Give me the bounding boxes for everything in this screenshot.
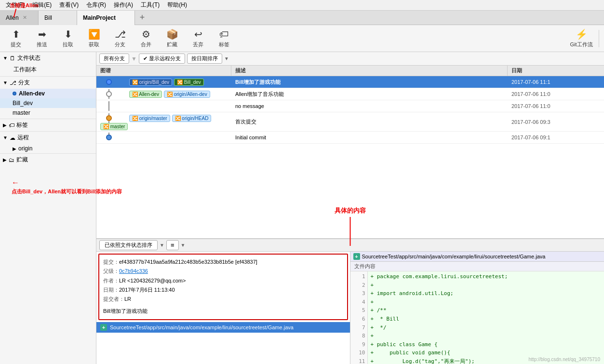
file-list: + SourcetreeTest/app/src/main/java/com/e… [96,322,350,364]
graph-row-4[interactable]: Initial commit 2017-07-06 09:1 [96,132,604,144]
line-num-11: 11 [350,357,367,364]
fetch-icon: 🔽 [88,28,100,40]
sidebar-section-tags[interactable]: ▶ 🏷 标签 [0,119,96,131]
graph-header-date: 日期 [508,66,604,76]
code-line-6: + * Bill [371,315,602,324]
code-content: + package com.example.lirui.sourcetreete… [368,271,604,364]
origin-label: origin [18,145,32,152]
graph-cell-date-1: 2017-07-06 11:0 [508,88,604,100]
show-remote-btn[interactable]: ✔ 显示远程分支 [139,54,185,64]
tab-allen-close[interactable]: ✕ [23,14,27,21]
toolbar-pull[interactable]: ⬇ 拉取 [55,27,81,51]
svg-point-1 [107,80,111,84]
sidebar-section-remote[interactable]: ▼ ☁ 远程 [0,131,96,144]
content-area: 所有分支 ▼ ✔ 显示远程分支 按日期排序 ▼ 图谱 描述 日期 [96,52,604,364]
commit-message: Bill增加了游戏功能 [103,308,148,314]
toolbar-discard[interactable]: ↩ 丢弃 [185,27,211,51]
graph-row-0[interactable]: 🔀 origin/Bill_dev 🔀 Bill_dev Bill增加了游戏功能… [96,76,604,88]
allen-dev-circle [13,92,16,95]
annotation-click-bill-dev: ← 点击Bill_dev，Allen就可以看到Bill添加的内容 [12,178,96,195]
tab-bill[interactable]: Bill [39,11,77,25]
toolbar-stash[interactable]: 📦 贮藏 [159,27,185,51]
sort-by-status-btn[interactable]: 已依照文件状态排序 [99,240,158,250]
graph-cell-graph-1: 🔀 Allen-dev 🔀 origin/Allen-dev [96,88,231,100]
graph-rows: 🔀 origin/Bill_dev 🔀 Bill_dev Bill增加了游戏功能… [96,76,604,238]
line-num-5: 5 [350,306,367,315]
sidebar-item-master[interactable]: master [0,108,96,118]
line-num-2: 2 [350,281,367,290]
committer-value: LR [124,296,131,302]
graph-cell-desc-4: Initial commit [231,132,508,143]
menu-help[interactable]: 帮助(H) [163,1,191,9]
tab-bill-label: Bill [44,14,52,21]
tag-origin-master: 🔀 origin/master [129,115,170,122]
list-view-arrow: ▼ [181,243,186,248]
parent-hash[interactable]: 0c7b94c336 [119,268,148,274]
toolbar-sep1: ▼ [131,55,137,62]
graph-row-1[interactable]: 🔀 Allen-dev 🔀 origin/Allen-dev Allen增加了音… [96,88,604,100]
line-num-8: 8 [350,332,367,340]
toolbar-branch[interactable]: ⎇ 分支 [107,27,133,51]
pull-label: 拉取 [63,41,73,48]
menu-repo[interactable]: 仓库(R) [82,1,110,9]
all-branches-btn[interactable]: 所有分支 [99,54,129,64]
tag-origin-bill-dev: 🔀 origin/Bill_dev [129,79,172,86]
menu-view[interactable]: 查看(V) [55,1,82,9]
tab-add-button[interactable]: + [135,13,149,23]
graph-cell-desc-0: Bill增加了游戏功能 [231,76,508,88]
file-path: SourcetreeTest/app/src/main/java/com/exa… [110,324,294,330]
sidebar-item-origin[interactable]: ▶ origin [0,144,96,153]
graph-cell-graph-2 [96,100,231,112]
menu-file[interactable]: 文件(F) [2,1,28,9]
file-diff-header: + SourcetreeTest/app/src/main/java/com/e… [350,252,604,262]
toolbar-tag[interactable]: 🏷 标签 [211,27,237,51]
code-line-8: + [371,332,602,340]
tag-bill-dev: 🔀 Bill_dev [174,79,204,86]
file-diff-add-icon: + [353,253,360,260]
commit-label: 提交 [11,41,21,48]
graph-row-3[interactable]: 🔀 origin/master 🔀 origin/HEAD 🔀 master 首… [96,112,604,132]
toolbar-merge[interactable]: ⚙ 合并 [133,27,159,51]
tag-origin-head: 🔀 origin/HEAD [172,115,212,122]
toolbar-commit[interactable]: ⬆ 提交 [3,27,29,51]
code-viewer: 1 2 3 4 5 6 7 8 9 10 11 12 13 [350,271,604,364]
toolbar-gitflow[interactable]: ⚡ Git工作流 [566,27,597,51]
sort-btn[interactable]: 按日期排序 [187,54,222,64]
tab-mainproject[interactable]: MainProject [77,11,135,25]
bill-dev-label: Bill_dev [13,100,33,107]
commit-hash: ef438377b7419aa5a9fa212c483b5e3233b81b5e… [119,259,257,265]
tab-allen[interactable]: Allen ✕ 当前是Allen [0,11,39,25]
sidebar-work-script[interactable]: 工作副本 [0,64,96,75]
toolbar-push[interactable]: ➡ 推送 [29,27,55,51]
sidebar-section-branches[interactable]: ▼ ⎇ 分支 [0,76,96,89]
sidebar-section-filestatus[interactable]: ▼ 🗒 文件状态 [0,52,96,64]
menu-action[interactable]: 操作(A) [110,1,137,9]
list-view-btn[interactable]: ≡ [166,240,179,250]
code-line-9: + public class Game { [371,340,602,349]
gitflow-label: Git工作流 [570,41,592,48]
watermark: http://blog.csdn.net/qq_34975710 [529,357,600,362]
toolbar-fetch[interactable]: 🔽 获取 [81,27,107,51]
branches-icon: ⎇ [10,80,16,86]
sidebar-item-allen-dev[interactable]: Allen-dev [0,89,96,98]
menu-edit[interactable]: 编辑(E) [28,1,55,9]
commit-detail: 提交：ef438377b7419aa5a9fa212c483b5e3233b81… [98,254,348,320]
tag-master: 🔀 master [100,123,128,130]
graph-cell-graph-0: 🔀 origin/Bill_dev 🔀 Bill_dev [96,76,231,88]
graph-row-2[interactable]: no message 2017-07-06 11:0 [96,100,604,112]
author-label: 作者： [103,278,119,283]
tag-origin-allen-dev: 🔀 origin/Allen-dev [164,91,210,98]
work-script-label: 工作副本 [13,66,37,73]
sidebar: ▼ 🗒 文件状态 工作副本 ▼ ⎇ 分支 Allen-dev Bill_dev … [0,52,96,364]
code-line-2: + [371,281,602,290]
author-value: LR <1204326279@qq.com> [119,278,186,283]
sidebar-item-bill-dev[interactable]: Bill_dev [0,98,96,108]
sidebar-section-stash[interactable]: ▶ 🗂 贮藏 [0,153,96,166]
branch-label: 分支 [115,41,125,48]
tags-arrow: ▶ [3,122,7,128]
menu-tools[interactable]: 工具(T) [137,1,163,9]
discard-icon: ↩ [194,28,202,40]
graph-cell-date-3: 2017-07-06 09:3 [508,112,604,131]
stash-section-icon: 🗂 [9,157,14,163]
file-list-item-0[interactable]: + SourcetreeTest/app/src/main/java/com/e… [96,322,350,333]
